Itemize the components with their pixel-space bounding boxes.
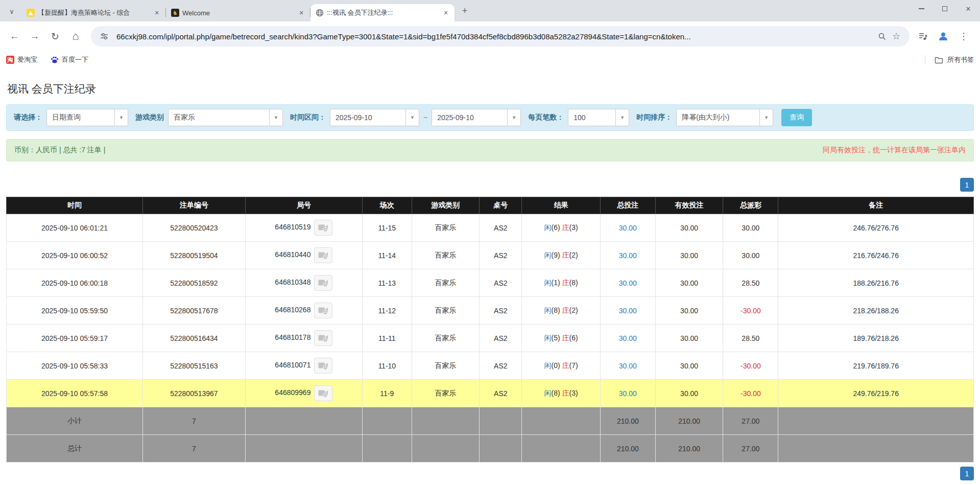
tab-search-button[interactable]: ∨ [4, 4, 19, 19]
table-row: 2025-09-10 06:00:52 522800519504 6468104… [7, 242, 974, 269]
folder-icon [935, 56, 943, 64]
total-bet-link[interactable]: 30.00 [619, 307, 637, 315]
range-label: 时间区间： [290, 113, 326, 122]
profile-avatar[interactable] [934, 27, 952, 45]
cell-valid-bet: 30.00 [655, 352, 723, 380]
cell-table-no: AS2 [480, 214, 522, 242]
bookmark-taobao[interactable]: 淘 爱淘宝 [6, 55, 37, 64]
tab-title: Welcome [182, 9, 294, 17]
minimize-button[interactable] [910, 0, 933, 17]
video-replay-button[interactable] [314, 303, 332, 318]
total-bet-link[interactable]: 30.00 [619, 334, 637, 342]
total-bet-link[interactable]: 30.00 [619, 224, 637, 232]
tab-title: :::视讯 会员下注纪录::: [327, 8, 438, 17]
sort-select[interactable]: 降幂(由大到小) ▼ [676, 109, 773, 126]
page-1-button[interactable]: 1 [960, 178, 974, 192]
video-replay-button[interactable] [314, 358, 332, 374]
url-text[interactable]: 66cxkj98.com/ipl/portal.php/game/betreco… [116, 32, 875, 41]
cell-bet-no: 522800519504 [143, 242, 246, 269]
banker-result-value: (3) [569, 389, 578, 397]
table-row: 2025-09-10 05:59:50 522800517678 6468102… [7, 297, 974, 325]
tab-bet-records-active[interactable]: :::视讯 会员下注纪录::: ✕ [310, 4, 455, 21]
cell-bet-no: 522800516434 [143, 325, 246, 352]
tab-close-icon[interactable]: ✕ [441, 8, 450, 17]
subtotal-count: 7 [143, 407, 246, 435]
forum-favicon-icon [27, 9, 35, 17]
total-bet-link[interactable]: 30.00 [619, 389, 637, 398]
tab-welcome[interactable]: ♞ Welcome ✕ [166, 4, 310, 21]
total-bet-link[interactable]: 30.00 [619, 251, 637, 260]
tab-forum[interactable]: 【新提醒】海燕策略论坛 - 综合 ✕ [21, 4, 165, 21]
reload-icon[interactable]: ↻ [46, 27, 64, 45]
empty-cell [362, 407, 412, 435]
cell-result: 闲(5) 庄(6) [522, 325, 600, 352]
round-no-text: 646810268 [275, 306, 310, 314]
bookmark-star-icon[interactable]: ☆ [889, 29, 903, 43]
bookmark-baidu[interactable]: 百度一下 [51, 55, 88, 64]
empty-cell [778, 435, 974, 463]
empty-cell [412, 407, 480, 435]
cell-table-no: AS2 [480, 297, 522, 325]
browser-menu-icon[interactable]: ⋮ [954, 27, 973, 45]
per-page-label: 每页笔数： [528, 113, 564, 122]
cell-remark: 216.76/246.76 [778, 242, 974, 269]
cell-table-no: AS2 [480, 269, 522, 297]
all-bookmarks-button[interactable]: 所有书签 [947, 55, 974, 64]
home-icon[interactable]: ⌂ [66, 27, 85, 45]
summary-info-bar: 币别：人民币 | 总共 :7 注单 | 同局有效投注，统一计算在该局第一张注单内 [6, 139, 974, 161]
tab-close-icon[interactable]: ✕ [152, 8, 161, 17]
cell-payout: 30.00 [723, 242, 778, 269]
total-bet-link[interactable]: 30.00 [619, 362, 637, 370]
cell-bet-no: 522800518592 [143, 269, 246, 297]
cell-time: 2025-09-10 05:59:50 [7, 297, 143, 325]
date-to-select[interactable]: 2025-09-10 ▼ [432, 109, 521, 126]
video-replay-button[interactable] [314, 220, 332, 236]
search-button[interactable]: 查询 [781, 109, 812, 126]
cell-total-bet: 30.00 [600, 352, 655, 380]
currency-summary-text: 币别：人民币 | 总共 :7 注单 | [14, 146, 105, 155]
chevron-down-icon: ▼ [405, 109, 419, 126]
total-bet-link[interactable]: 30.00 [619, 279, 637, 287]
mode-select[interactable]: 日期查询 ▼ [46, 109, 128, 126]
cell-round-no: 646810178 [245, 325, 362, 352]
zoom-icon[interactable] [875, 29, 889, 43]
video-replay-button[interactable] [314, 275, 332, 291]
date-to-value: 2025-09-10 [432, 113, 507, 122]
date-from-value: 2025-09-10 [330, 113, 405, 122]
per-page-select[interactable]: 100 ▼ [568, 109, 629, 126]
maximize-button[interactable] [933, 0, 957, 17]
cell-time: 2025-09-10 06:01:21 [7, 214, 143, 242]
new-tab-button[interactable]: + [458, 4, 472, 18]
cell-remark: 219.76/189.76 [778, 352, 974, 380]
video-replay-button[interactable] [314, 330, 332, 346]
cell-session: 11-15 [362, 214, 412, 242]
cell-result: 闲(8) 庄(2) [522, 297, 600, 325]
header-remark: 备注 [778, 197, 974, 214]
chevron-down-icon: ▼ [269, 109, 282, 126]
taobao-icon: 淘 [6, 56, 14, 64]
tab-close-icon[interactable]: ✕ [297, 8, 306, 17]
page-title: 视讯 会员下注纪录 [7, 82, 974, 96]
chevron-down-icon: ▼ [507, 109, 520, 126]
video-replay-button[interactable] [314, 385, 332, 401]
media-controls-icon[interactable] [914, 27, 932, 45]
player-result-value: (0) [552, 361, 560, 369]
back-icon[interactable]: ← [5, 27, 23, 45]
page-content: 视讯 会员下注纪录 请选择： 日期查询 ▼ 游戏类别 百家乐 ▼ 时间区间： 2… [0, 82, 980, 480]
total-label: 总计 [7, 435, 143, 463]
page-1-button[interactable]: 1 [960, 467, 974, 480]
total-row: 总计 7 210.00 210.00 27.00 [7, 435, 974, 463]
video-replay-button[interactable] [314, 247, 332, 263]
close-window-button[interactable]: ✕ [957, 0, 980, 17]
tune-icon[interactable] [97, 29, 111, 43]
globe-icon [316, 9, 324, 17]
address-bar[interactable]: 66cxkj98.com/ipl/portal.php/game/betreco… [91, 26, 910, 47]
total-total-bet: 210.00 [600, 435, 655, 463]
cell-payout: 28.50 [723, 269, 778, 297]
forward-icon[interactable]: → [26, 27, 44, 45]
cell-total-bet: 30.00 [600, 269, 655, 297]
cell-payout: -30.00 [723, 352, 778, 380]
date-from-select[interactable]: 2025-09-10 ▼ [330, 109, 419, 126]
cell-time: 2025-09-10 05:59:17 [7, 325, 143, 352]
category-select[interactable]: 百家乐 ▼ [168, 109, 283, 126]
